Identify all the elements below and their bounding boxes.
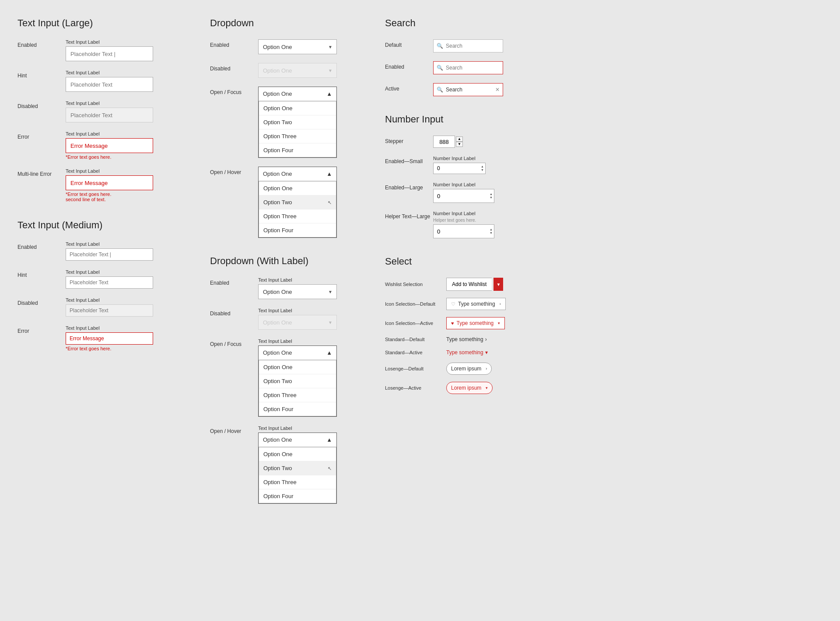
error-text: *Error text goes here. <box>66 154 184 160</box>
dropdown-with-label-section: Dropdown (With Label) Enabled Text Input… <box>210 255 359 504</box>
down-arrow-icon[interactable]: ▼ <box>490 196 493 199</box>
search-active-row: Active 🔍 ✕ <box>385 83 516 96</box>
standard-active-button[interactable]: Type something ▾ <box>446 349 488 356</box>
dropdown-option[interactable]: Option Four <box>259 489 336 503</box>
dropdown-open-header[interactable]: Option One ▲ <box>259 433 336 447</box>
field-label: Text Input Label <box>66 70 184 75</box>
row-label: Enabled <box>18 241 66 250</box>
dropdown-wl-open-focus: Option One ▲ Option One Option Two Optio… <box>258 345 337 417</box>
dropdown-option[interactable]: Option Four <box>259 143 336 157</box>
chevron-down-icon: ▾ <box>498 321 500 325</box>
text-input-medium-error-row: Error Text Input Label *Error text goes … <box>18 325 184 351</box>
dropdown-option[interactable]: Option Four <box>259 402 336 416</box>
text-input-large-enabled[interactable] <box>66 46 153 61</box>
dropdown-open-header[interactable]: Option One ▲ <box>259 87 336 101</box>
down-arrow-icon[interactable]: ▼ <box>481 168 484 172</box>
up-arrow-icon[interactable]: ▲ <box>481 165 484 168</box>
text-input-large-hint[interactable] <box>66 77 153 92</box>
chevron-right-icon: › <box>500 302 501 306</box>
error-text-multiline: *Error text goes here.second line of tex… <box>66 192 184 202</box>
dropdown-wl-enabled[interactable]: Option One Option Two Option Three Optio… <box>258 284 337 299</box>
search-clear-button[interactable]: ✕ <box>495 87 500 93</box>
wishlist-arrow-button[interactable]: ▼ <box>494 278 503 291</box>
cursor-icon: ↖ <box>328 199 332 205</box>
select-losenge-active-row: Losenge—Active Lorem ipsum ▾ <box>385 382 516 394</box>
search-active-wrap: 🔍 ✕ <box>433 83 503 96</box>
wishlist-button[interactable]: Add to Wishlist <box>446 278 492 291</box>
dropdown-option[interactable]: Option Four <box>259 223 336 237</box>
row-label: Default <box>385 39 433 48</box>
text-input-large-enabled-row: Enabled Text Input Label <box>18 39 184 61</box>
dropdown-option[interactable]: Option Three <box>259 475 336 489</box>
text-input-medium-enabled-row: Enabled Text Input Label <box>18 241 184 261</box>
up-arrow-icon[interactable]: ▲ <box>490 192 493 196</box>
text-input-large-error[interactable] <box>66 138 153 153</box>
icon-selection-active-button[interactable]: ♥ Type something ▾ <box>446 317 505 329</box>
dropdown-open-header[interactable]: Option One ▲ <box>259 167 336 181</box>
standard-btn-text: Type something <box>446 349 483 356</box>
select-row-label: Losenge—Active <box>385 385 446 391</box>
dropdown-enabled[interactable]: Option One Option Two Option Three Optio… <box>258 39 337 54</box>
dropdown-option[interactable]: Option One <box>259 360 336 374</box>
dropdown-open-header[interactable]: Option One ▲ <box>259 346 336 360</box>
dropdown-option-hover[interactable]: Option Two ↖ <box>259 195 336 209</box>
text-input-large-multiline-error-row: Multi-line Error Text Input Label *Error… <box>18 168 184 202</box>
dropdown-option[interactable]: Option Two <box>259 115 336 129</box>
dropdown-selected-value: Option One <box>263 436 292 443</box>
wishlist-btn-text: Add to Wishlist <box>452 281 486 287</box>
text-input-medium-hint-row: Hint Text Input Label <box>18 269 184 289</box>
select-icon-default-row: Icon Selection—Default ♡ Type something … <box>385 298 516 310</box>
dropdown-wl-enabled-wrap: Option One Option Two Option Three Optio… <box>258 284 337 299</box>
dropdown-options-list: Option One Option Two ↖ Option Three Opt… <box>259 447 336 503</box>
dropdown-wl-enabled-row: Enabled Text Input Label Option One Opti… <box>210 277 359 299</box>
dropdown-open-hover-row: Open / Hover Option One ▲ Option One Opt… <box>210 167 359 238</box>
text-input-medium-hint[interactable] <box>66 276 153 289</box>
field-label: Text Input Label <box>66 241 184 247</box>
text-input-large-disabled <box>66 108 153 122</box>
row-label: Error <box>18 325 66 334</box>
field-label: Text Input Label <box>66 39 184 45</box>
number-input-large[interactable] <box>433 189 494 203</box>
icon-selection-default-button[interactable]: ♡ Type something › <box>446 298 506 310</box>
number-input-helper-large[interactable] <box>433 224 494 238</box>
heart-icon: ♡ <box>451 301 455 307</box>
search-default-input[interactable] <box>433 39 503 52</box>
select-row-label: Standard—Active <box>385 350 446 355</box>
search-enabled-row: Enabled 🔍 <box>385 61 516 74</box>
dropdown-option[interactable]: Option One <box>259 101 336 115</box>
losenge-active-button[interactable]: Lorem ipsum ▾ <box>446 382 493 394</box>
text-input-large-multiline-error[interactable] <box>66 175 153 190</box>
row-label: Open / Focus <box>210 87 258 95</box>
dropdown-option[interactable]: Option Three <box>259 209 336 223</box>
field-label: Text Input Label <box>66 168 184 174</box>
dropdown-option[interactable]: Option One <box>259 447 336 461</box>
stepper-down-button[interactable]: ▼ <box>456 142 463 147</box>
wishlist-control: Add to Wishlist ▼ <box>446 278 503 291</box>
row-label: Disabled <box>210 308 258 317</box>
field-label: Number Input Label <box>433 211 516 216</box>
row-label-error: Error <box>18 131 66 140</box>
dropdown-up-arrow-icon: ▲ <box>326 91 332 97</box>
dropdown-option[interactable]: Option Two <box>259 374 336 388</box>
stepper-up-button[interactable]: ▲ <box>456 136 463 142</box>
dropdown-up-arrow-icon: ▲ <box>326 349 332 356</box>
dropdown-options-list: Option One Option Two Option Three Optio… <box>259 101 336 157</box>
text-input-medium-enabled[interactable] <box>66 248 153 261</box>
dropdown-option[interactable]: Option Three <box>259 129 336 143</box>
standard-default-button[interactable]: Type something › <box>446 336 487 342</box>
stepper-input[interactable] <box>433 136 455 148</box>
row-label: Enabled—Large <box>385 182 433 191</box>
losenge-default-button[interactable]: Lorem ipsum › <box>446 363 492 375</box>
row-label: Open / Hover <box>210 167 258 175</box>
dropdown-option-hover[interactable]: Option Two ↖ <box>259 461 336 475</box>
dropdown-option[interactable]: Option One <box>259 181 336 195</box>
down-arrow-icon[interactable]: ▼ <box>490 231 493 235</box>
number-input-small[interactable] <box>433 163 486 174</box>
search-active-input[interactable] <box>433 83 503 96</box>
text-input-medium-error[interactable] <box>66 332 153 345</box>
dropdown-up-arrow-icon: ▲ <box>326 171 332 177</box>
dropdown-option[interactable]: Option Three <box>259 388 336 402</box>
dropdown-open-focus: Option One ▲ Option One Option Two Optio… <box>258 87 337 158</box>
search-enabled-input[interactable] <box>433 61 503 74</box>
up-arrow-icon[interactable]: ▲ <box>490 228 493 231</box>
